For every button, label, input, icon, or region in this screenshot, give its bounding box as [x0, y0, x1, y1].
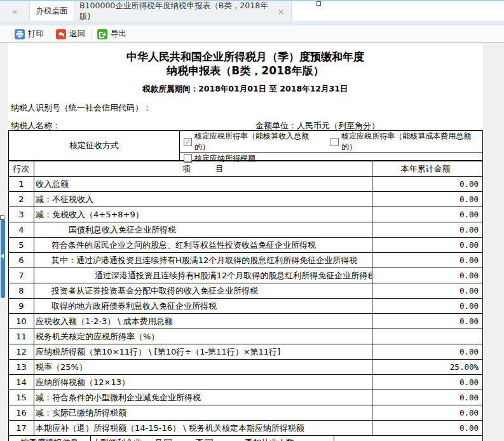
row-number: 4	[9, 222, 34, 237]
back-icon	[56, 29, 66, 39]
amount-cell[interactable]	[372, 329, 482, 344]
table-row: 15减：符合条件的小型微利企业减免企业所得税0.00	[9, 390, 482, 405]
resize-handle-dot	[0, 215, 4, 220]
tab-bar: « 办税桌面 B100000企业所得税年度纳税申报表（B类，2018年版) ×	[0, 0, 504, 25]
collapse-tabs-button[interactable]: «	[0, 1, 30, 21]
table-header-row: 行次 项 目 本年累计金额	[9, 161, 482, 177]
row-item-label: 税务机关核定的应税所得率（%）	[34, 329, 372, 344]
amount-cell[interactable]: 0.00	[372, 207, 482, 222]
row-number: 6	[9, 253, 34, 268]
row-number: 2	[9, 192, 34, 207]
amount-cell[interactable]: 0.00	[372, 283, 482, 298]
row-item-label: 其中：通过沪港通投资且连续持有H股满12个月取得的股息红利所得免征企业所得税	[34, 253, 372, 268]
amount-cell[interactable]: 0.00	[372, 192, 482, 207]
amount-cell[interactable]: 0.00	[372, 375, 482, 390]
tab-form-label: B100000企业所得税年度纳税申报表（B类，2018年版)	[79, 1, 276, 22]
table-row: 11税务机关核定的应税所得率（%）	[9, 329, 482, 344]
employees-label: 季初从业人数	[245, 437, 294, 441]
row-number: 17	[9, 421, 34, 435]
small-micro-enterprise-label: 小型微利企业	[92, 437, 142, 441]
amount-cell[interactable]: 0.00	[372, 390, 482, 405]
no-checkbox[interactable]	[205, 439, 213, 441]
partial-empty-cell	[334, 436, 482, 441]
form-title-line2: 纳税申报表（B类，2018年版）	[8, 64, 483, 78]
row-item-label: 收入总额	[34, 177, 372, 191]
toolbar: 打印 返回 导出	[0, 25, 504, 43]
table-row: 13税率（25%）25.00%	[9, 360, 482, 375]
checkbox-icon[interactable]	[330, 138, 339, 146]
tax-table-body: 1收入总额0.002减：不征税收入0.003减：免税收入（4+5+8+9）0.0…	[9, 177, 482, 436]
window-handle-dot	[317, 1, 321, 6]
triangle-left-icon	[1, 254, 4, 259]
table-row: 1收入总额0.00	[9, 177, 482, 192]
row-number: 12	[9, 344, 34, 359]
print-label: 打印	[28, 29, 44, 39]
amount-cell[interactable]: 0.00	[372, 268, 482, 283]
row-number: 9	[9, 299, 34, 313]
back-button[interactable]: 返回	[50, 29, 91, 39]
method-option-2[interactable]: 核定应税所得率（能核算成本费用总额的）	[330, 131, 482, 153]
row-item-label: 减：实际已缴纳所得税额	[34, 405, 372, 420]
table-row: 14应纳所得税额（12×13）0.00	[9, 375, 482, 390]
amount-cell[interactable]: 0.00	[372, 177, 482, 191]
table-row: 12应纳税所得额（第10×11行） \ [第10行÷（1-第11行）×第11行]…	[9, 344, 482, 360]
export-icon	[97, 29, 107, 39]
row-item-label: 减：符合条件的小型微利企业减免企业所得税	[34, 390, 372, 405]
amount-cell[interactable]: 0.00	[372, 222, 482, 237]
export-label: 导出	[111, 29, 126, 39]
amount-cell[interactable]: 0.00	[372, 421, 482, 435]
method-option-label: 核定应税所得率（能核算成本费用总额的）	[341, 131, 482, 153]
app-window: « 办税桌面 B100000企业所得税年度纳税申报表（B类，2018年版) × …	[0, 0, 504, 441]
amount-cell[interactable]: 0.00	[372, 299, 482, 313]
yes-label: 是	[154, 437, 163, 441]
table-row: 17本期应补（退）所得税额（14-15-16） \ 税务机关核定本期应纳所得税额…	[9, 421, 482, 436]
row-item-label: 通过深港通投资且连续持有H股满12个月取得的股息红利所得免征企业所得税	[34, 268, 372, 283]
row-number: 3	[9, 207, 34, 222]
partial-bottom-row: 按季度填报信息 小型微利企业 是 否 季初从业人数	[8, 435, 483, 441]
amount-cell[interactable]: 0.00	[372, 238, 482, 252]
header-item: 项 目	[34, 161, 372, 176]
row-item-label: 减：不征税收入	[34, 192, 372, 207]
form-title: 中华人民共和国企业所得税月（季）度预缴和年度 纳税申报表（B类，2018年版）	[8, 50, 483, 78]
amount-cell[interactable]: 0.00	[372, 314, 482, 329]
row-number: 11	[9, 329, 34, 344]
row-item-label: 应纳所得税额（12×13）	[34, 375, 372, 390]
form-page: 中华人民共和国企业所得税月（季）度预缴和年度 纳税申报表（B类，2018年版） …	[8, 43, 483, 441]
table-row: 9取得的地方政府债券利息收入免征企业所得税0.00	[9, 299, 482, 314]
row-item-label: 投资者从证券投资基金分配中取得的收入免征企业所得税	[34, 283, 372, 298]
amount-cell[interactable]: 0.00	[372, 344, 482, 359]
method-option-label: 核定应税所得率（能核算收入总额的）	[194, 131, 320, 153]
table-row: 16减：实际已缴纳所得税额0.00	[9, 405, 482, 421]
row-item-label: 符合条件的居民企业之间的股息、红利等权益性投资收益免征企业所得税	[34, 238, 372, 252]
row-number: 16	[9, 405, 34, 420]
tax-period: 税款所属期间：2018年01月01日 至 2018年12月31日	[8, 84, 483, 95]
row-item-label: 取得的地方政府债券利息收入免征企业所得税	[34, 299, 372, 313]
tab-b100000-form[interactable]: B100000企业所得税年度纳税申报表（B类，2018年版) ×	[74, 1, 292, 21]
method-option-1[interactable]: ✓核定应税所得率（能核算收入总额的）	[184, 131, 320, 153]
row-number: 5	[9, 238, 34, 252]
close-icon[interactable]: ×	[276, 7, 286, 16]
tab-desktop-label: 办税桌面	[36, 6, 68, 17]
row-item-label: 税率（25%）	[34, 360, 372, 374]
tab-desktop[interactable]: 办税桌面	[30, 1, 74, 21]
back-label: 返回	[69, 29, 85, 39]
amount-cell[interactable]: 25.00%	[372, 360, 482, 374]
assessment-method-box: 核定征收方式 ✓核定应税所得率（能核算收入总额的）核定应税所得率（能核算成本费用…	[8, 130, 483, 161]
side-panel-handle[interactable]	[1, 219, 5, 298]
tax-table: 行次 项 目 本年累计金额 1收入总额0.002减：不征税收入0.003减：免税…	[8, 161, 483, 436]
partial-mid-cell: 小型微利企业 是 否 季初从业人数	[91, 436, 334, 441]
table-row: 7通过深港通投资且连续持有H股满12个月取得的股息红利所得免征企业所得税0.00	[9, 268, 482, 283]
row-number: 15	[9, 390, 34, 405]
header-amount: 本年累计金额	[372, 161, 482, 176]
amount-cell[interactable]: 0.00	[372, 405, 482, 420]
row-item-label: 应纳税所得额（第10×11行） \ [第10行÷（1-第11行）×第11行]	[34, 344, 372, 359]
method-row-1: ✓核定应税所得率（能核算收入总额的）核定应税所得率（能核算成本费用总额的）	[180, 131, 482, 153]
yes-checkbox[interactable]	[164, 439, 172, 441]
export-button[interactable]: 导出	[92, 29, 132, 39]
row-number: 10	[9, 314, 34, 329]
taxpayer-id-label: 纳税人识别号（统一社会信用代码）：	[11, 102, 151, 114]
print-button[interactable]: 打印	[9, 29, 50, 39]
checkbox-checked-icon[interactable]: ✓	[184, 138, 192, 146]
table-row: 3减：免税收入（4+5+8+9）0.00	[9, 207, 482, 222]
amount-cell[interactable]: 0.00	[372, 253, 482, 268]
